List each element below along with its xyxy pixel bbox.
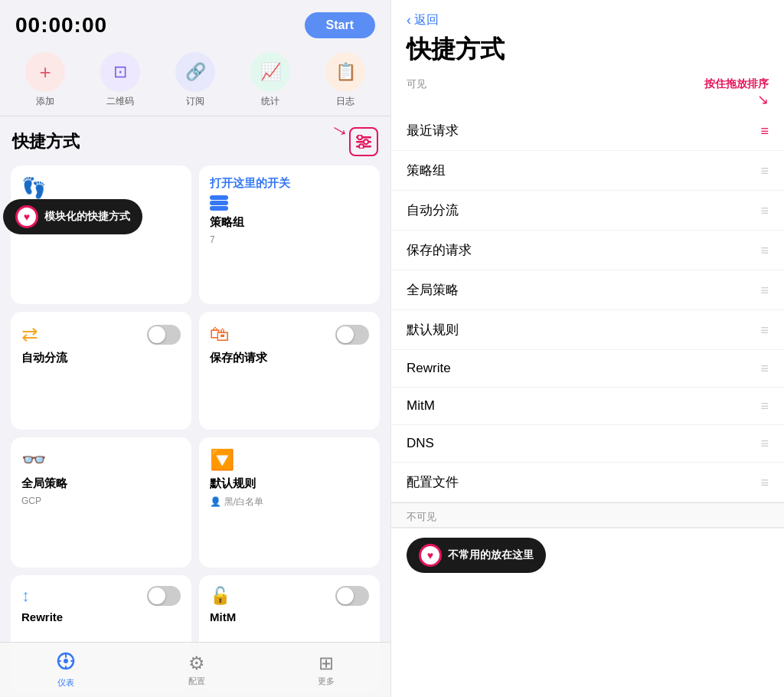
visible-list: 最近请求 ≡ 策略组 ≡ 自动分流 ≡ 保存的请求 ≡ 全局策略 ≡ 默认规则 … <box>391 111 784 697</box>
list-item-config-file[interactable]: 配置文件 ≡ <box>391 463 784 502</box>
plus-icon: + <box>39 61 51 84</box>
icon-row: + 添加 ⊡ 二维码 🔗 订阅 📈 统计 📋 日志 <box>0 44 390 113</box>
list-item-dns[interactable]: DNS ≡ <box>391 425 784 463</box>
rewrite-top: ↕ <box>21 586 181 606</box>
mitm-label: MitM <box>210 610 369 623</box>
dashboard-label: 仪表 <box>57 677 74 689</box>
database-icon <box>210 195 228 211</box>
strategy-icon-row <box>210 195 369 211</box>
toggle-knob2 <box>337 326 354 343</box>
stats-icon-item[interactable]: 📈 统计 <box>250 52 290 108</box>
subscribe-icon-item[interactable]: 🔗 订阅 <box>175 52 215 108</box>
right-bottom-tooltip-area: ♥ 不常用的放在这里 <box>391 528 784 582</box>
log-circle: 📋 <box>325 52 365 92</box>
drag-handle-default: ≡ <box>760 323 769 337</box>
auto-route-toggle[interactable] <box>147 325 181 345</box>
list-item-recent-label: 最近请求 <box>407 122 459 139</box>
drag-arrow-icon: ↘ <box>757 91 769 108</box>
shortcuts-grid: ♥ 模块化的快捷方式 👣 最近请求 打开这里的开关 策略组 7 <box>0 161 390 697</box>
nav-dashboard[interactable]: 仪表 <box>56 651 76 689</box>
right-header: ‹ 返回 快捷方式 <box>391 0 784 70</box>
list-item-autoroute-label: 自动分流 <box>407 201 459 219</box>
lock-icon: 🔓 <box>210 586 230 606</box>
drag-handle-rewrite: ≡ <box>760 362 769 375</box>
tooltip-heart-icon: ♥ <box>15 205 38 228</box>
recent-requests-card[interactable]: ♥ 模块化的快捷方式 👣 最近请求 <box>11 165 191 304</box>
person-icon: 👤 <box>210 496 221 507</box>
visible-section-label: 可见 <box>407 77 426 91</box>
drag-handle-config-file: ≡ <box>760 476 769 489</box>
qr-icon-item[interactable]: ⊡ 二维码 <box>100 52 140 108</box>
strategy-group-count: 7 <box>210 234 369 245</box>
svg-point-10 <box>64 659 68 663</box>
list-item-rewrite[interactable]: Rewrite ≡ <box>391 350 784 388</box>
rewrite-icon: ↕ <box>21 586 30 606</box>
nav-more[interactable]: ⊞ 更多 <box>318 653 335 687</box>
stats-circle: 📈 <box>250 52 290 92</box>
doc-icon: 📋 <box>335 62 356 82</box>
rewrite-toggle[interactable] <box>147 586 181 606</box>
settings-icon-button[interactable] <box>349 127 378 156</box>
svg-point-5 <box>359 144 364 149</box>
drag-handle-saved: ≡ <box>760 244 769 257</box>
start-button[interactable]: Start <box>305 12 375 38</box>
drag-handle-global: ≡ <box>760 283 769 297</box>
list-item-default[interactable]: 默认规则 ≡ <box>391 310 784 350</box>
link-icon: 🔗 <box>185 62 206 82</box>
saved-toggle[interactable] <box>335 325 369 345</box>
list-item-strategy[interactable]: 策略组 ≡ <box>391 151 784 191</box>
svg-point-4 <box>364 139 368 144</box>
list-item-default-label: 默认规则 <box>407 321 459 339</box>
nav-config[interactable]: ⚙ 配置 <box>188 653 205 687</box>
saved-requests-card[interactable]: 🛍 保存的请求 <box>199 312 380 429</box>
drag-hint-area: 按住拖放排序 ↘ <box>704 77 769 108</box>
drag-handle-dns: ≡ <box>760 437 769 450</box>
filter-icon: 🔽 <box>210 448 369 472</box>
global-policy-card[interactable]: 👓 全局策略 GCP <box>11 437 191 568</box>
chart-icon: 📈 <box>260 62 281 82</box>
modular-tooltip: ♥ 模块化的快捷方式 <box>3 199 142 234</box>
timer-bar: 00:00:00 Start <box>0 0 390 44</box>
saved-requests-label: 保存的请求 <box>210 351 369 365</box>
bag-icon: 🛍 <box>210 322 230 346</box>
auto-route-top: ⇄ <box>21 322 181 346</box>
strategy-group-card[interactable]: 打开这里的开关 策略组 7 <box>199 165 380 304</box>
back-chevron-icon: ‹ <box>407 12 411 28</box>
mitm-top: 🔓 <box>210 586 369 606</box>
mitm-toggle[interactable] <box>335 586 369 606</box>
default-rules-label: 默认规则 <box>210 476 369 491</box>
svg-rect-8 <box>210 206 228 211</box>
list-item-saved[interactable]: 保存的请求 ≡ <box>391 231 784 270</box>
footprints-icon: 👣 <box>21 176 181 200</box>
list-item-mitm[interactable]: MitM ≡ <box>391 388 784 425</box>
toggle-knob <box>149 326 165 343</box>
heart-icon: ♥ <box>24 211 30 223</box>
subscribe-circle: 🔗 <box>175 52 215 92</box>
list-item-dns-label: DNS <box>407 436 434 451</box>
list-item-config-file-label: 配置文件 <box>407 473 459 491</box>
qr-circle: ⊡ <box>100 52 140 92</box>
back-button[interactable]: ‹ 返回 <box>407 12 769 28</box>
left-panel: 00:00:00 Start + 添加 ⊡ 二维码 🔗 订阅 📈 统计 <box>0 0 390 697</box>
auto-route-card[interactable]: ⇄ 自动分流 <box>11 312 191 429</box>
default-rules-card[interactable]: 🔽 默认规则 👤 黑/白名单 <box>199 437 380 568</box>
list-item-autoroute[interactable]: 自动分流 ≡ <box>391 191 784 231</box>
list-item-global[interactable]: 全局策略 ≡ <box>391 270 784 310</box>
add-label: 添加 <box>36 95 54 108</box>
auto-route-label: 自动分流 <box>21 351 181 365</box>
qr-icon: ⊡ <box>113 62 127 82</box>
section-header-visible: 可见 按住拖放排序 ↘ <box>391 70 784 111</box>
drag-hint-text: 按住拖放排序 <box>704 77 769 91</box>
stats-label: 统计 <box>261 95 279 108</box>
right-tooltip-heart: ♥ <box>419 544 442 567</box>
strategy-top-row: 打开这里的开关 <box>210 176 369 191</box>
log-icon-item[interactable]: 📋 日志 <box>325 52 365 108</box>
shortcuts-header: 快捷方式 → <box>0 119 390 161</box>
list-item-recent[interactable]: 最近请求 ≡ <box>391 111 784 151</box>
add-icon-item[interactable]: + 添加 <box>25 52 65 108</box>
toggle-knob4 <box>337 587 354 604</box>
more-icon: ⊞ <box>318 653 334 674</box>
right-heart-icon: ♥ <box>427 549 433 561</box>
right-panel: ‹ 返回 快捷方式 可见 按住拖放排序 ↘ 最近请求 ≡ 策略组 ≡ 自动分流 … <box>390 0 784 697</box>
list-item-mitm-label: MitM <box>407 398 435 414</box>
